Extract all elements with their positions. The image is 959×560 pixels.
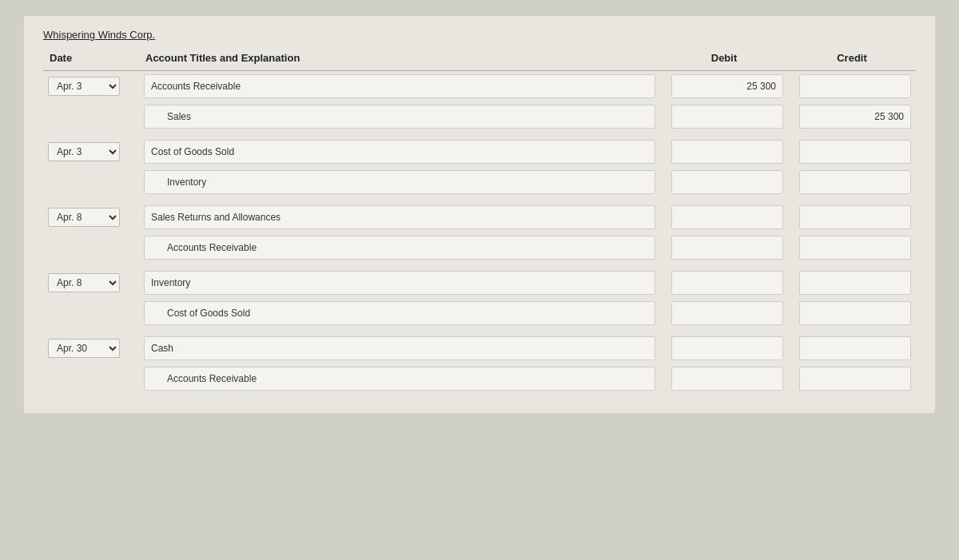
debit-input[interactable] [671, 236, 783, 260]
credit-input[interactable] [799, 74, 911, 98]
table-row: Apr. 30 [43, 333, 916, 363]
account-input[interactable] [144, 105, 655, 129]
account-input[interactable] [144, 74, 655, 98]
account-input[interactable] [144, 236, 655, 260]
debit-input[interactable] [671, 301, 783, 325]
date-select[interactable]: Apr. 8 [48, 208, 120, 227]
table-row [43, 101, 916, 132]
date-select[interactable]: Apr. 30 [48, 339, 120, 358]
debit-input[interactable] [671, 74, 783, 98]
company-name: Whispering Winds Corp. [43, 29, 916, 41]
debit-input[interactable] [671, 170, 783, 194]
table-row: Apr. 3 [43, 137, 916, 167]
table-row [43, 363, 916, 394]
date-select[interactable]: Apr. 3 [48, 77, 120, 96]
date-select[interactable]: Apr. 3 [48, 142, 120, 161]
account-input[interactable] [144, 301, 655, 325]
table-row [43, 298, 916, 328]
credit-input[interactable] [799, 271, 911, 295]
credit-input[interactable] [799, 205, 911, 229]
table-row: Apr. 3 [43, 71, 916, 101]
table-row: Apr. 8 [43, 202, 916, 232]
journal-table: Date Account Titles and Explanation Debi… [43, 49, 916, 394]
credit-input[interactable] [799, 236, 911, 260]
credit-input[interactable] [799, 367, 911, 391]
debit-input[interactable] [671, 205, 783, 229]
table-row [43, 167, 916, 197]
header-debit: Debit [660, 49, 788, 71]
credit-input[interactable] [799, 105, 911, 129]
credit-input[interactable] [799, 140, 911, 164]
debit-input[interactable] [671, 336, 783, 360]
debit-input[interactable] [671, 271, 783, 295]
header-date: Date [43, 49, 139, 71]
account-input[interactable] [144, 336, 655, 360]
account-input[interactable] [144, 367, 655, 391]
table-row [43, 232, 916, 263]
header-credit: Credit [788, 49, 916, 71]
date-select[interactable]: Apr. 8 [48, 273, 120, 292]
account-input[interactable] [144, 271, 655, 295]
account-input[interactable] [144, 205, 655, 229]
account-input[interactable] [144, 140, 655, 164]
account-input[interactable] [144, 170, 655, 194]
table-row: Apr. 8 [43, 268, 916, 298]
journal-container: Whispering Winds Corp. Date Account Titl… [24, 16, 935, 413]
credit-input[interactable] [799, 336, 911, 360]
debit-input[interactable] [671, 367, 783, 391]
debit-input[interactable] [671, 105, 783, 129]
credit-input[interactable] [799, 301, 911, 325]
credit-input[interactable] [799, 170, 911, 194]
debit-input[interactable] [671, 140, 783, 164]
header-account: Account Titles and Explanation [139, 49, 660, 71]
